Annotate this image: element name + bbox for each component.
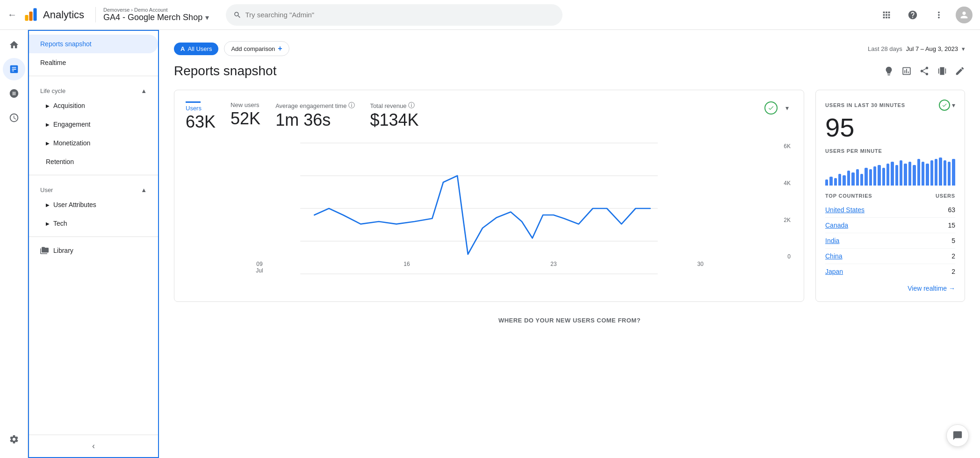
realtime-check-icon: [942, 102, 947, 108]
compare-icon[interactable]: [937, 66, 947, 76]
country-row-us[interactable]: United States 63: [825, 202, 955, 218]
svg-rect-2: [33, 8, 36, 21]
country-row-cn[interactable]: China 2: [825, 249, 955, 264]
breadcrumb-top: Demoverse › Demo Account: [103, 7, 209, 13]
account-selector[interactable]: GA4 - Google Merch Shop ▾: [103, 13, 209, 22]
all-users-badge[interactable]: A All Users: [174, 43, 218, 55]
back-button[interactable]: ←: [7, 9, 17, 20]
engagement-label: Average engagement time ⓘ: [275, 101, 355, 110]
nav-divider-2: [29, 175, 158, 175]
search-icon: [233, 11, 241, 19]
sidebar-advertising-icon[interactable]: [3, 107, 25, 129]
country-row-jp[interactable]: Japan 2: [825, 264, 955, 279]
engagement-info-icon[interactable]: ⓘ: [348, 101, 355, 110]
bar-item: [891, 162, 894, 186]
avatar-icon: [959, 10, 969, 20]
x-label-16: 16: [404, 261, 410, 274]
metric-dropdown-button[interactable]: ▾: [781, 102, 793, 114]
country-row-in[interactable]: India 5: [825, 233, 955, 249]
users-value: 63K: [186, 112, 216, 132]
topbar-actions: [877, 6, 973, 24]
user-attributes-label: User Attributes: [53, 201, 96, 208]
library-label: Library: [53, 247, 73, 254]
nav-collapse-button[interactable]: ‹: [29, 435, 158, 457]
more-button[interactable]: [930, 6, 948, 24]
user-attributes-arrow: ▶: [46, 202, 50, 208]
metric-revenue: Total revenue ⓘ $134K: [370, 101, 418, 130]
lifecycle-label: Life cycle: [40, 87, 65, 94]
bar-item: [922, 162, 924, 186]
chat-icon: [952, 430, 963, 441]
reports-snapshot-label: Reports snapshot: [40, 40, 92, 48]
nav-divider-3: [29, 236, 158, 237]
apps-icon: [881, 10, 892, 20]
add-comparison-button[interactable]: Add comparison +: [224, 41, 289, 56]
users-column-label: USERS: [936, 193, 955, 199]
help-icon: [908, 10, 918, 20]
bar-item: [838, 174, 841, 186]
users-label: Users: [186, 105, 216, 112]
title-actions: [884, 66, 965, 76]
search-input[interactable]: [245, 11, 555, 19]
sidebar-home-icon[interactable]: [3, 34, 25, 56]
nav-engagement[interactable]: ▶ Engagement: [29, 115, 158, 134]
country-jp-value: 2: [951, 268, 955, 275]
engagement-arrow: ▶: [46, 122, 50, 127]
date-range-selector[interactable]: Last 28 days Jul 7 – Aug 3, 2023 ▾: [868, 45, 965, 52]
date-dropdown-icon: ▾: [962, 45, 965, 52]
bar-item: [856, 169, 859, 186]
acquisition-label: Acquisition: [53, 102, 85, 109]
share-icon[interactable]: [919, 66, 930, 76]
account-dropdown-icon: ▾: [205, 13, 209, 22]
nav-tech[interactable]: ▶ Tech: [29, 214, 158, 233]
topbar: ← Analytics Demoverse › Demo Account GA4…: [0, 0, 980, 30]
view-realtime-link[interactable]: View realtime →: [825, 285, 955, 292]
bar-item: [851, 172, 854, 186]
nav-reports-snapshot[interactable]: Reports snapshot: [29, 35, 158, 53]
country-row-ca[interactable]: Canada 15: [825, 218, 955, 233]
realtime-dropdown-button[interactable]: ▾: [952, 101, 955, 109]
user-section[interactable]: User ▲: [29, 179, 158, 195]
nav-retention[interactable]: Retention: [29, 152, 158, 171]
nav-library[interactable]: Library: [29, 241, 158, 260]
lifecycle-section[interactable]: Life cycle ▲: [29, 80, 158, 96]
revenue-info-icon[interactable]: ⓘ: [408, 101, 415, 110]
add-comparison-icon: +: [278, 44, 282, 53]
top-countries-label: TOP COUNTRIES: [825, 193, 872, 199]
country-ca-value: 15: [948, 222, 955, 229]
chart-y-labels: 6K 4K 2K 0: [784, 143, 793, 260]
new-users-label: New users: [231, 101, 260, 108]
lightbulb-icon[interactable]: [884, 66, 894, 76]
realtime-check-button[interactable]: [939, 100, 950, 111]
main-content: A All Users Add comparison + Last 28 day…: [159, 30, 980, 458]
realtime-header: USERS IN LAST 30 MINUTES ▾: [825, 100, 955, 111]
nav-user-attributes[interactable]: ▶ User Attributes: [29, 195, 158, 214]
revenue-value: $134K: [370, 110, 418, 130]
monetization-label: Monetization: [53, 139, 90, 147]
settings-container: [3, 428, 25, 451]
edit-icon[interactable]: [955, 66, 965, 76]
metric-check-button[interactable]: [764, 101, 778, 114]
chart-icon[interactable]: [901, 66, 912, 76]
acquisition-arrow: ▶: [46, 103, 50, 108]
chat-bubble-button[interactable]: [946, 424, 969, 447]
user-avatar[interactable]: [956, 7, 973, 23]
apps-button[interactable]: [877, 6, 896, 24]
sidebar-explore-icon[interactable]: [3, 82, 25, 105]
chart-x-labels: 09 Jul 16 23 30: [186, 261, 774, 274]
country-jp-name: Japan: [825, 268, 843, 275]
nav-acquisition[interactable]: ▶ Acquisition: [29, 96, 158, 115]
view-realtime-arrow: →: [949, 285, 955, 292]
nav-realtime[interactable]: Realtime: [29, 53, 158, 72]
bar-item: [944, 160, 946, 186]
sidebar-settings-icon[interactable]: [3, 428, 25, 451]
nav-monetization[interactable]: ▶ Monetization: [29, 134, 158, 152]
check-icon: [768, 105, 774, 111]
help-button[interactable]: [903, 6, 922, 24]
sidebar-reports-icon[interactable]: [3, 58, 25, 80]
engagement-value: 1m 36s: [275, 110, 355, 130]
add-comparison-label: Add comparison: [231, 45, 275, 52]
new-users-value: 52K: [231, 108, 260, 129]
realtime-label: Realtime: [40, 59, 66, 66]
country-in-name: India: [825, 237, 839, 244]
